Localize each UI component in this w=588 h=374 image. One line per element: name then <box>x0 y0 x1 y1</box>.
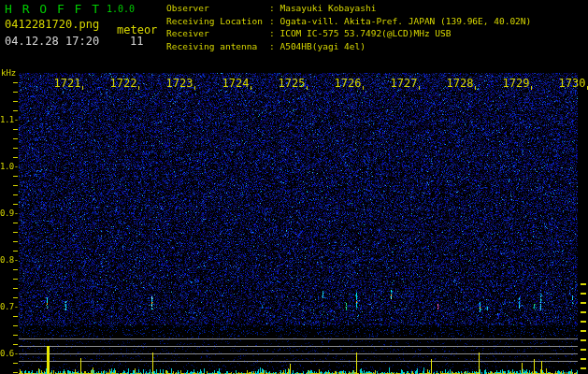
spectrogram-canvas <box>0 0 588 374</box>
info-row-label: Receiving antenna <box>166 40 269 53</box>
time-tick-label: 1725 <box>264 77 320 90</box>
time-tick-label: 1722 <box>95 77 151 90</box>
time-tick-label: 1728 <box>432 77 488 90</box>
freq-tick-label: 1.0- <box>0 162 19 171</box>
hrofft-window: H R O F F T 1.0.0 0412281720.png meteor … <box>0 0 588 374</box>
info-row-value: ICOM IC-575 53.7492(@LCD)MHz USB <box>280 28 451 38</box>
time-tick-label: 1724 <box>208 77 264 90</box>
freq-tick-label: 0.9- <box>0 209 19 218</box>
info-row-value: A504HB(yagi 4el) <box>280 41 366 51</box>
info-row-colon: : <box>269 41 280 51</box>
datetime-label: 04.12.28 17:20 <box>5 35 99 48</box>
info-row: Observer: Masayuki Kobayashi <box>166 2 531 15</box>
freq-tick-label: 0.6- <box>0 349 19 358</box>
time-tick-label: 1729 <box>488 77 544 90</box>
info-row-colon: : <box>269 28 280 38</box>
freq-tick-label: 0.8- <box>0 255 19 265</box>
time-tick-label: 1730 <box>544 77 588 90</box>
freq-axis-unit: kHz <box>1 68 16 78</box>
info-row-value: Masayuki Kobayashi <box>280 3 376 13</box>
info-row-label: Receiving Location <box>166 15 269 28</box>
time-tick-label: 1726 <box>320 77 376 90</box>
info-row-colon: : <box>269 3 280 13</box>
info-row: Receiver: ICOM IC-575 53.7492(@LCD)MHz U… <box>166 27 531 40</box>
info-row-label: Receiver <box>166 27 269 40</box>
info-row-label: Observer <box>166 2 269 15</box>
freq-tick-label: 0.7- <box>0 302 19 311</box>
freq-tick-label: 1.1- <box>0 115 19 124</box>
app-title: H R O F F T <box>5 2 101 16</box>
time-tick-label: 1727 <box>376 77 432 90</box>
station-info: Observer: Masayuki KobayashiReceiving Lo… <box>166 2 531 52</box>
meteor-count: 11 <box>130 35 143 48</box>
time-tick-label: 1721 <box>39 77 95 90</box>
info-row: Receiving antenna: A504HB(yagi 4el) <box>166 40 531 53</box>
info-row-value: Ogata-vill. Akita-Pref. JAPAN (139.96E, … <box>280 16 531 26</box>
app-version: 1.0.0 <box>107 4 135 14</box>
info-row: Receiving Location: Ogata-vill. Akita-Pr… <box>166 15 531 28</box>
info-row-colon: : <box>269 16 280 26</box>
time-tick-label: 1723 <box>151 77 208 90</box>
output-filename: 0412281720.png <box>5 18 99 31</box>
